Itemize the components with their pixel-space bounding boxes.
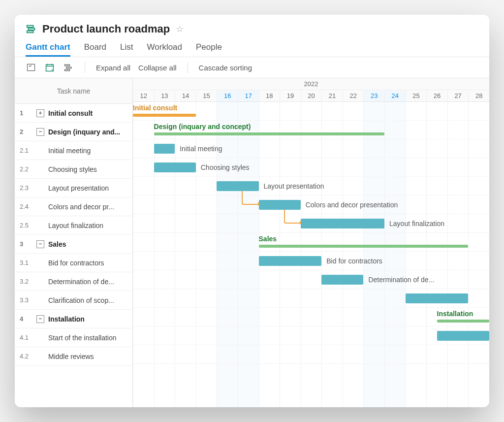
gantt-task-bar[interactable]: Colors and decor presentation [259, 200, 301, 210]
svg-rect-0 [27, 26, 33, 28]
task-group-row[interactable]: 4−Installation [15, 310, 132, 328]
task-label: Layout presentation [48, 184, 109, 192]
task-group-row[interactable]: 3−Sales [15, 235, 132, 254]
task-label: Determination of de... [48, 278, 114, 286]
calendar-view-icon[interactable] [44, 62, 55, 73]
tab-board[interactable]: Board [84, 42, 106, 57]
day-header: 24 [384, 90, 406, 101]
tab-list[interactable]: List [120, 42, 133, 57]
task-group-row[interactable]: 2−Design (inquary and... [15, 123, 132, 141]
collapse-all-button[interactable]: Collapse all [138, 64, 177, 72]
gantt-bar-label: Colors and decor presentation [306, 201, 398, 209]
task-row[interactable]: 2.4Colors and decor pr... [15, 197, 132, 216]
expand-all-button[interactable]: Expand all [96, 64, 130, 72]
task-number: 4.1 [20, 334, 32, 341]
task-label: Start of the installation [48, 334, 117, 342]
task-number: 2.5 [20, 222, 32, 229]
task-row[interactable]: 2.1Initial meeting [15, 141, 132, 160]
gantt-task-bar[interactable]: Determination of de... [321, 275, 363, 285]
svg-rect-2 [27, 31, 33, 33]
tab-gantt-chart[interactable]: Gantt chart [26, 42, 70, 57]
task-row[interactable]: 4.1Start of the installation [15, 328, 132, 347]
task-row[interactable]: 2.3Layout presentation [15, 179, 132, 197]
gantt-bar-label: Bid for contractors [326, 257, 382, 265]
gantt-bar-label: Initial meeting [180, 145, 222, 153]
svg-rect-6 [66, 67, 71, 68]
gantt-task-bar[interactable]: Choosing styles [154, 162, 196, 172]
day-header: 15 [196, 90, 217, 101]
task-number: 1 [20, 109, 32, 117]
gantt-task-bar[interactable]: Layout finalization [301, 219, 384, 228]
gantt-task-bar[interactable]: Layout presentation [217, 181, 258, 191]
task-label: Sales [48, 240, 66, 248]
task-row[interactable]: 4.2Middle reviews [15, 347, 132, 366]
task-number: 4 [20, 315, 32, 323]
task-row[interactable]: 2.2Choosing styles [15, 160, 132, 179]
task-number: 3 [20, 240, 32, 248]
gantt-bar-label: Determination of de... [368, 276, 434, 284]
task-label: Middle reviews [48, 353, 94, 360]
gantt-task-bar[interactable] [406, 293, 469, 303]
list-view-icon[interactable] [26, 62, 36, 73]
day-header: 22 [343, 90, 364, 101]
dependency-arrow [242, 191, 258, 205]
gantt-chart[interactable]: 2022 1213141516171819202122232425262728 … [133, 78, 489, 407]
gantt-summary-label: Initial consult [133, 104, 177, 112]
task-label: Design (inquary and... [48, 128, 120, 136]
task-number: 4.2 [20, 353, 32, 360]
day-header: 12 [133, 90, 154, 101]
gantt-summary-label: Installation [437, 310, 473, 318]
task-label: Installation [48, 315, 85, 323]
task-label: Choosing styles [48, 165, 97, 173]
gantt-summary-bar[interactable] [133, 114, 196, 117]
day-header: 13 [154, 90, 175, 101]
divider [85, 62, 85, 73]
gantt-task-bar[interactable]: Bid for contractors [259, 256, 322, 266]
favorite-star-icon[interactable]: ☆ [176, 24, 184, 34]
tab-workload[interactable]: Workload [147, 42, 183, 57]
task-label: Initial meeting [48, 147, 91, 155]
task-row[interactable]: 3.2Determination of de... [15, 272, 132, 291]
task-number: 2.2 [20, 165, 32, 173]
svg-rect-5 [65, 65, 70, 66]
gantt-summary-bar[interactable] [154, 132, 384, 135]
day-header: 28 [468, 90, 489, 101]
roadmap-icon [26, 24, 36, 34]
task-label: Clarification of scop... [48, 296, 114, 304]
collapse-icon[interactable]: − [36, 240, 44, 248]
timeline-days: 1213141516171819202122232425262728 [133, 90, 489, 101]
day-header: 18 [259, 90, 280, 101]
task-number: 3.2 [20, 278, 32, 285]
task-name-header: Task name [15, 78, 132, 104]
task-number: 2.4 [20, 203, 32, 210]
gantt-bar-label: Layout finalization [389, 220, 444, 227]
task-row[interactable]: 3.3Clarification of scop... [15, 291, 132, 310]
task-row[interactable]: 3.1Bid for contractors [15, 254, 132, 272]
header: Product launch roadmap ☆ Gantt chartBoar… [15, 15, 489, 57]
expand-icon[interactable]: + [36, 109, 44, 117]
gantt-task-bar[interactable]: Initial meeting [154, 144, 175, 154]
task-number: 2.1 [20, 147, 32, 154]
view-tabs: Gantt chartBoardListWorkloadPeople [26, 42, 478, 57]
gantt-task-bar[interactable] [437, 331, 489, 341]
task-group-row[interactable]: 1+Initial consult [15, 104, 132, 123]
gantt-summary-bar[interactable] [259, 245, 469, 248]
app-window: Product launch roadmap ☆ Gantt chartBoar… [15, 15, 489, 407]
tab-people[interactable]: People [196, 42, 222, 57]
cascade-sorting-button[interactable]: Cascade sorting [199, 64, 252, 72]
task-row[interactable]: 2.5Layout finalization [15, 216, 132, 235]
day-header: 20 [301, 90, 322, 101]
gantt-summary-bar[interactable] [437, 320, 489, 323]
day-header: 21 [321, 90, 343, 101]
day-header: 16 [217, 90, 238, 101]
gantt-bar-label: Choosing styles [201, 163, 250, 171]
task-number: 3.1 [20, 259, 32, 266]
collapse-icon[interactable]: − [36, 315, 44, 323]
task-number: 3.3 [20, 296, 32, 304]
collapse-icon[interactable]: − [36, 128, 44, 136]
task-label: Layout finalization [48, 222, 103, 229]
task-number: 2 [20, 128, 32, 135]
day-header: 25 [406, 90, 427, 101]
gantt-view-icon[interactable] [63, 62, 74, 73]
day-header: 23 [363, 90, 384, 101]
